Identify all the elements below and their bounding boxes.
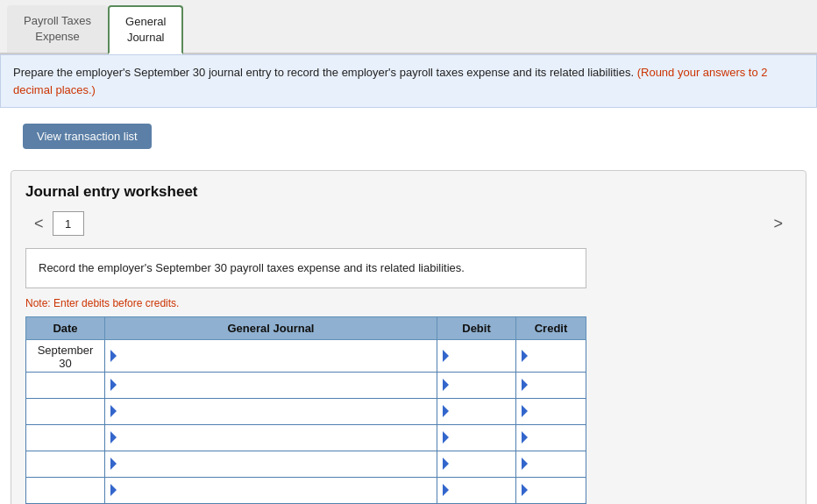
cell-indicator	[443, 431, 449, 444]
row-date-6	[26, 477, 105, 503]
row-credit-3[interactable]	[516, 398, 586, 424]
cell-indicator	[110, 350, 117, 362]
row-credit-5[interactable]	[516, 451, 586, 477]
description-box: Record the employer's September 30 payro…	[25, 248, 586, 288]
cell-indicator	[522, 458, 528, 470]
row-credit-2[interactable]	[516, 372, 586, 398]
table-row	[26, 424, 586, 451]
note-text: Note: Enter debits before credits.	[25, 297, 792, 309]
journal-input-1[interactable]	[120, 349, 431, 362]
cell-indicator	[522, 431, 528, 444]
row-date-3	[26, 398, 105, 424]
row-journal-4[interactable]	[105, 424, 437, 451]
credit-input-6[interactable]	[531, 484, 580, 497]
cell-indicator	[522, 379, 528, 391]
view-transaction-list-button[interactable]: View transaction list	[23, 124, 152, 149]
row-credit-4[interactable]	[516, 424, 586, 451]
col-header-credit: Credit	[516, 316, 586, 339]
col-header-date: Date	[26, 316, 105, 339]
row-debit-3[interactable]	[437, 398, 516, 424]
tab-general-journal[interactable]: General Journal	[108, 5, 183, 54]
col-header-debit: Debit	[437, 316, 516, 339]
cell-indicator	[443, 405, 449, 417]
button-area: View transaction list	[0, 108, 817, 165]
credit-input-2[interactable]	[531, 379, 580, 392]
description-text: Record the employer's September 30 payro…	[39, 261, 465, 274]
row-credit-1[interactable]	[516, 339, 586, 372]
cell-indicator	[110, 405, 117, 417]
row-debit-4[interactable]	[437, 424, 516, 451]
debit-input-4[interactable]	[452, 431, 510, 444]
row-date-2	[26, 372, 105, 398]
table-row	[26, 477, 586, 503]
debit-input-5[interactable]	[452, 458, 510, 471]
page-number: 1	[65, 217, 71, 231]
row-debit-2[interactable]	[437, 372, 516, 398]
table-row	[26, 372, 586, 398]
nav-row: < 1 >	[25, 211, 792, 236]
journal-input-2[interactable]	[120, 379, 431, 392]
row-debit-1[interactable]	[437, 339, 516, 372]
page-number-box: 1	[53, 211, 84, 236]
journal-input-6[interactable]	[120, 484, 431, 497]
row-debit-6[interactable]	[437, 477, 516, 503]
journal-input-5[interactable]	[120, 458, 431, 471]
row-journal-1[interactable]	[105, 339, 437, 372]
row-journal-5[interactable]	[105, 451, 437, 477]
worksheet-title: Journal entry worksheet	[25, 183, 792, 201]
cell-indicator	[443, 458, 449, 470]
tab-bar: Payroll Taxes Expense General Journal	[0, 0, 817, 54]
col-header-journal: General Journal	[105, 316, 437, 339]
debit-input-3[interactable]	[452, 405, 510, 418]
row-date-4	[26, 424, 105, 451]
cell-indicator	[110, 379, 117, 391]
worksheet-card: Journal entry worksheet < 1 > Record the…	[11, 170, 806, 504]
journal-input-4[interactable]	[120, 431, 431, 444]
row-journal-6[interactable]	[105, 477, 437, 503]
cell-indicator	[522, 405, 528, 417]
tab-payroll-taxes[interactable]: Payroll Taxes Expense	[7, 5, 108, 53]
row-date-1: September 30	[26, 339, 105, 372]
cell-indicator	[522, 350, 528, 362]
journal-input-3[interactable]	[120, 405, 431, 418]
debit-input-6[interactable]	[452, 484, 510, 497]
cell-indicator	[110, 484, 117, 496]
table-row: September 30	[26, 339, 586, 372]
row-date-5	[26, 451, 105, 477]
debit-input-1[interactable]	[452, 349, 510, 362]
cell-indicator	[110, 458, 117, 470]
credit-input-4[interactable]	[531, 431, 580, 444]
cell-indicator	[443, 379, 449, 391]
table-row	[26, 451, 586, 477]
row-debit-5[interactable]	[437, 451, 516, 477]
instructions-main-text: Prepare the employer's September 30 jour…	[13, 66, 634, 79]
credit-input-3[interactable]	[531, 405, 580, 418]
credit-input-5[interactable]	[531, 458, 580, 471]
nav-left-arrow[interactable]: <	[25, 215, 53, 233]
cell-indicator	[522, 484, 528, 496]
table-row	[26, 398, 586, 424]
cell-indicator	[110, 431, 117, 444]
instructions-banner: Prepare the employer's September 30 jour…	[0, 54, 817, 108]
debit-input-2[interactable]	[452, 379, 510, 392]
row-credit-6[interactable]	[516, 477, 586, 503]
row-journal-3[interactable]	[105, 398, 437, 424]
row-journal-2[interactable]	[105, 372, 437, 398]
cell-indicator	[443, 350, 449, 362]
nav-right-arrow[interactable]: >	[764, 215, 792, 233]
cell-indicator	[443, 484, 449, 496]
journal-table: Date General Journal Debit Credit Septem…	[25, 316, 586, 504]
credit-input-1[interactable]	[531, 349, 580, 362]
